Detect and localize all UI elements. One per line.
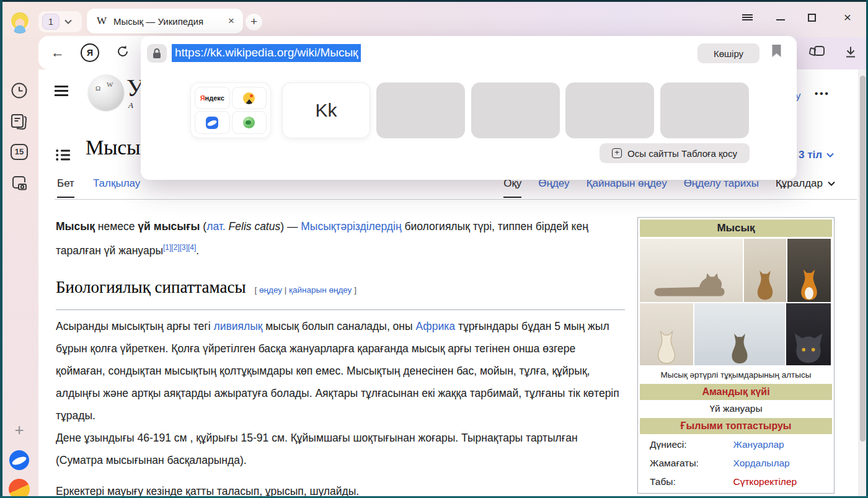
wiki-menu-icon[interactable] xyxy=(55,86,68,99)
yandex-mail-icon[interactable] xyxy=(9,479,30,498)
cat-photo-orange-white[interactable] xyxy=(787,239,831,302)
section-title: Биологиялық сипаттамасы xyxy=(56,278,246,297)
tab-group-pill[interactable]: 1 xyxy=(38,11,82,32)
secure-connection-chip[interactable] xyxy=(147,44,167,63)
browser-menu-button[interactable] xyxy=(739,9,755,25)
table-row: Жамағаты: Хордалылар xyxy=(640,454,832,473)
copy-url-button[interactable]: Көшіру xyxy=(698,43,760,63)
reference-links[interactable]: [1][2][3][4] xyxy=(163,243,196,252)
empty-tablo-tile[interactable] xyxy=(660,82,749,138)
chevron-down-icon xyxy=(828,181,835,186)
browser-tab[interactable]: W Мысық — Уикипедия × xyxy=(87,9,243,33)
cat-photo-gray-face[interactable] xyxy=(786,303,831,365)
body-paragraph: Дене ұзындығы 46-191 см , құйрығы 15-91 … xyxy=(56,427,625,471)
close-window-button[interactable]: × xyxy=(839,9,856,25)
cat-photo-abyssinian[interactable] xyxy=(744,239,786,302)
downloads-icon[interactable] xyxy=(843,45,858,62)
maximize-button[interactable] xyxy=(804,9,820,25)
link-latin[interactable]: лат. xyxy=(206,220,226,233)
new-tab-button[interactable]: + xyxy=(246,14,262,30)
taxonomy-header: Ғылыми топтастыруы xyxy=(640,418,832,434)
taxonomy-label: Дүниесі: xyxy=(640,435,730,454)
taxonomy-table: Дүниесі: Жануарлар Жамағаты: Хордалылар … xyxy=(640,435,832,491)
window-border xyxy=(0,0,868,2)
infobox-caption: Мысық әртүрлі тұқымдарының алтысы xyxy=(640,367,832,384)
header-more-icon[interactable]: ••• xyxy=(815,88,830,99)
window-border xyxy=(0,0,2,498)
link-felidae[interactable]: Мысықтәрізділердің xyxy=(301,220,401,233)
add-to-tablo-label: Осы сайтты Таблоға қосу xyxy=(627,148,737,159)
empty-tablo-tile[interactable] xyxy=(471,82,560,138)
edit-source-link[interactable]: қайнарын өңдеу xyxy=(289,285,352,295)
profile-avatar[interactable] xyxy=(9,12,30,33)
green-service-icon xyxy=(243,117,255,128)
yandex-disk-shortcut[interactable] xyxy=(195,111,230,134)
edit-link[interactable]: өңдеу xyxy=(259,285,282,295)
tab-title: Мысық — Уикипедия xyxy=(113,16,227,27)
cat-photo-siamese[interactable] xyxy=(640,303,693,365)
bookmark-flag-icon[interactable] xyxy=(771,44,782,60)
empty-tablo-tile[interactable] xyxy=(565,82,654,138)
wikipedia-logo[interactable]: Ω W xyxy=(88,74,124,110)
sidebar-add-icon[interactable]: + xyxy=(14,420,24,440)
species-name: Felis catus xyxy=(229,220,281,233)
logo-glyph: Ω xyxy=(95,84,100,92)
yandex-logo-letter: Я xyxy=(200,94,205,102)
browser-top-bar: 1 W Мысық — Уикипедия × + × xyxy=(0,0,868,37)
link-animalia[interactable]: Жануарлар xyxy=(733,439,784,450)
images-icon xyxy=(243,92,255,104)
add-icon: + xyxy=(612,148,622,158)
cat-photo-tabby-lying[interactable] xyxy=(640,239,743,302)
history-icon[interactable] xyxy=(11,82,28,99)
body-paragraph: Еркектері мауығу кезінде қатты таласып, … xyxy=(56,480,625,496)
table-row: Табы: Сүткоректілер xyxy=(640,473,832,491)
species-infobox: Мысық xyxy=(637,217,835,494)
url-input[interactable]: https://kk.wikipedia.org/wiki/Мысық xyxy=(172,44,361,62)
contents-icon[interactable] xyxy=(56,149,71,164)
cat-photo-snow-tabby[interactable] xyxy=(694,303,785,365)
tab-count-badge[interactable]: 1 xyxy=(42,14,60,30)
yandex-home-button[interactable]: Я xyxy=(81,43,99,62)
minimize-button[interactable] xyxy=(773,9,789,25)
table-row: Дүниесі: Жануарлар xyxy=(640,435,832,454)
yandex-services-tile[interactable]: Яндекс xyxy=(190,82,271,138)
empty-tablo-tile[interactable] xyxy=(376,82,465,138)
link-libyan-cat[interactable]: ливиялық xyxy=(213,320,262,332)
tab-close-icon[interactable]: × xyxy=(227,15,236,27)
yandex-images-shortcut[interactable] xyxy=(232,87,267,109)
wikipedia-subtitle: A xyxy=(128,100,133,110)
collections-icon[interactable] xyxy=(808,44,826,63)
link-chordata[interactable]: Хордалылар xyxy=(733,458,790,468)
yandex-search-shortcut[interactable]: Яндекс xyxy=(195,87,230,109)
chevron-down-icon xyxy=(64,19,72,24)
disk-icon xyxy=(206,117,218,129)
link-mammalia[interactable]: Сүткоректілер xyxy=(733,476,797,487)
refresh-icon[interactable] xyxy=(115,44,130,61)
lock-icon xyxy=(153,48,161,59)
kk-wikipedia-tile[interactable]: Kk xyxy=(282,82,370,138)
infobox-title: Мысық xyxy=(640,220,832,237)
yandex-green-shortcut[interactable] xyxy=(232,111,267,134)
wikipedia-favicon: W xyxy=(97,15,107,27)
link-africa[interactable]: Африка xyxy=(415,320,455,332)
scrollbar-thumb[interactable] xyxy=(860,76,866,442)
calendar-badge[interactable]: 15 xyxy=(11,144,28,160)
cat-photo-grid xyxy=(640,239,832,365)
section-heading: Биологиялық сипаттамасы [ өңдеу | қайнар… xyxy=(56,278,356,297)
language-count-label[interactable]: 3 тіл xyxy=(799,149,822,161)
screenshot-icon[interactable] xyxy=(10,174,29,192)
section-divider xyxy=(56,309,625,310)
status-header: Амандық күйі xyxy=(640,384,832,400)
browser-sidebar: 15 + ••• xyxy=(0,37,38,498)
intro-paragraph: Мысық немесе үй мысығы (лат. Felis catus… xyxy=(56,216,625,261)
notes-icon[interactable] xyxy=(10,113,29,130)
language-selector[interactable]: 3 тіл xyxy=(799,149,834,161)
taxonomy-label: Жамағаты: xyxy=(640,454,730,473)
back-button[interactable]: ← xyxy=(51,45,64,61)
add-to-tablo-button[interactable]: + Осы сайтты Таблоға қосу xyxy=(600,143,750,163)
intro-bold: Мысық xyxy=(56,220,95,233)
logo-glyph: W xyxy=(107,81,113,88)
tab-page[interactable]: Бет xyxy=(57,177,74,190)
tab-discussion[interactable]: Талқылау xyxy=(93,177,140,190)
yandex-disk-icon[interactable] xyxy=(9,450,29,470)
